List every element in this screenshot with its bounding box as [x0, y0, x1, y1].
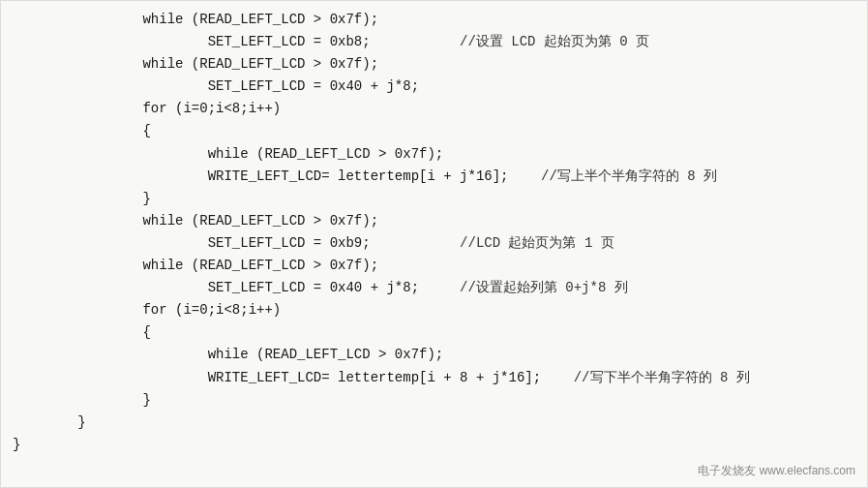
code-line: while (READ_LEFT_LCD > 0x7f);	[13, 12, 378, 27]
code-line: while (READ_LEFT_LCD > 0x7f);	[13, 258, 378, 273]
code-line: while (READ_LEFT_LCD > 0x7f);	[13, 146, 443, 162]
code-line: }	[13, 414, 86, 430]
code-block: while (READ_LEFT_LCD > 0x7f); SET_LEFT_L…	[13, 9, 855, 456]
code-comment: //设置 LCD 起始页为第 0 页	[460, 34, 649, 49]
code-comment: //写上半个半角字符的 8 列	[541, 168, 717, 184]
code-line: WRITE_LEFT_LCD= lettertemp[i + j*16]; //…	[13, 168, 717, 184]
code-line: }	[13, 437, 20, 452]
code-line: SET_LEFT_LCD = 0xb8; //设置 LCD 起始页为第 0 页	[13, 34, 649, 49]
code-line: {	[13, 324, 151, 340]
watermark: 电子发烧友 www.elecfans.com	[698, 463, 855, 479]
code-line: for (i=0;i<8;i++)	[13, 302, 281, 318]
code-line: while (READ_LEFT_LCD > 0x7f);	[13, 347, 443, 362]
code-comment: //设置起始列第 0+j*8 列	[460, 280, 628, 295]
code-line: SET_LEFT_LCD = 0x40 + j*8;	[13, 78, 419, 94]
code-container: while (READ_LEFT_LCD > 0x7f); SET_LEFT_L…	[0, 0, 868, 488]
code-line: for (i=0;i<8;i++)	[13, 101, 281, 116]
code-line: SET_LEFT_LCD = 0x40 + j*8; //设置起始列第 0+j*…	[13, 280, 628, 295]
code-line: WRITE_LEFT_LCD= lettertemp[i + 8 + j*16]…	[13, 370, 750, 385]
code-line: SET_LEFT_LCD = 0xb9; //LCD 起始页为第 1 页	[13, 235, 614, 251]
code-comment: //写下半个半角字符的 8 列	[574, 370, 750, 385]
code-line: {	[13, 123, 151, 138]
code-comment: //LCD 起始页为第 1 页	[460, 235, 614, 251]
code-line: while (READ_LEFT_LCD > 0x7f);	[13, 56, 378, 72]
code-line: }	[13, 191, 151, 206]
code-line: while (READ_LEFT_LCD > 0x7f);	[13, 213, 378, 229]
code-line: }	[13, 392, 151, 408]
